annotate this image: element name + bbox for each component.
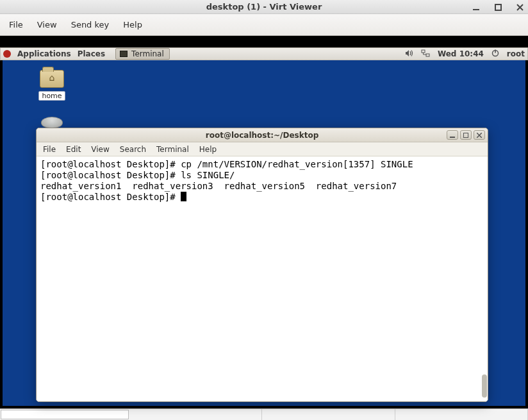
terminal-line-0: [root@localhost Desktop]# cp /mnt/VERSIO… <box>40 159 413 169</box>
term-menu-terminal[interactable]: Terminal <box>156 145 189 154</box>
terminal-window: root@localhost:~/Desktop File Edit View … <box>36 128 488 402</box>
svg-rect-5 <box>495 49 496 53</box>
term-menu-edit[interactable]: Edit <box>66 145 81 154</box>
svg-rect-7 <box>464 133 468 137</box>
terminal-cursor <box>181 192 186 201</box>
terminal-line-1: [root@localhost Desktop]# ls SINGLE/ <box>40 170 235 180</box>
terminal-maximize-button[interactable] <box>460 130 472 140</box>
home-folder[interactable]: home <box>38 70 66 101</box>
home-folder-label: home <box>38 91 65 101</box>
terminal-line-2: redhat_version1 redhat_version3 redhat_v… <box>40 181 397 191</box>
virt-viewer-menubar: File View Send key Help <box>0 14 528 36</box>
folder-icon <box>40 70 64 88</box>
terminal-line-3: [root@localhost Desktop]# <box>40 192 181 202</box>
bottom-seg-3 <box>262 409 395 420</box>
virt-viewer-blackbar <box>0 36 528 47</box>
svg-rect-3 <box>426 54 429 56</box>
svg-rect-1 <box>495 4 501 10</box>
bottom-seg-2 <box>129 409 262 420</box>
term-menu-file[interactable]: File <box>43 145 56 154</box>
terminal-titlebar[interactable]: root@localhost:~/Desktop <box>37 128 488 142</box>
close-icon[interactable] <box>515 3 524 12</box>
bottom-seg-4 <box>395 409 528 420</box>
volume-icon[interactable] <box>405 49 413 59</box>
terminal-body[interactable]: [root@localhost Desktop]# cp /mnt/VERSIO… <box>37 156 488 401</box>
virt-viewer-titlebar: desktop (1) - Virt Viewer <box>0 0 528 14</box>
terminal-scrollbar-thumb[interactable] <box>482 374 487 398</box>
vv-menu-send-key[interactable]: Send key <box>71 20 110 29</box>
trash-icon[interactable] <box>41 117 63 128</box>
terminal-menubar: File Edit View Search Terminal Help <box>37 142 488 156</box>
vv-menu-file[interactable]: File <box>9 20 23 29</box>
vv-menu-view[interactable]: View <box>37 20 57 29</box>
svg-rect-2 <box>422 50 425 53</box>
redhat-logo-icon[interactable] <box>3 50 11 58</box>
term-menu-view[interactable]: View <box>91 145 109 154</box>
virt-viewer-title: desktop (1) - Virt Viewer <box>206 2 322 12</box>
bottom-strip <box>0 408 528 420</box>
svg-rect-0 <box>473 9 479 10</box>
terminal-icon <box>120 51 128 57</box>
gnome-top-panel: Applications Places Terminal Wed 10:44 r… <box>0 47 528 60</box>
panel-applications[interactable]: Applications <box>17 49 71 58</box>
term-menu-help[interactable]: Help <box>199 145 217 154</box>
terminal-close-button[interactable] <box>474 130 485 140</box>
taskbar-terminal-label: Terminal <box>131 49 164 58</box>
network-icon[interactable] <box>421 49 430 59</box>
power-icon[interactable] <box>491 49 499 59</box>
bottom-seg-1 <box>1 410 129 419</box>
maximize-icon[interactable] <box>493 3 502 12</box>
minimize-icon[interactable] <box>472 3 481 12</box>
panel-places[interactable]: Places <box>78 49 105 58</box>
taskbar-terminal-button[interactable]: Terminal <box>115 48 170 60</box>
svg-rect-6 <box>450 137 455 138</box>
panel-clock[interactable]: Wed 10:44 <box>438 49 484 58</box>
terminal-minimize-button[interactable] <box>447 130 458 140</box>
terminal-title: root@localhost:~/Desktop <box>206 131 319 140</box>
vm-desktop[interactable]: home root@localhost:~/Desktop File Edit … <box>0 60 528 408</box>
term-menu-search[interactable]: Search <box>120 145 146 154</box>
panel-user[interactable]: root <box>507 49 525 58</box>
vv-menu-help[interactable]: Help <box>123 20 142 29</box>
